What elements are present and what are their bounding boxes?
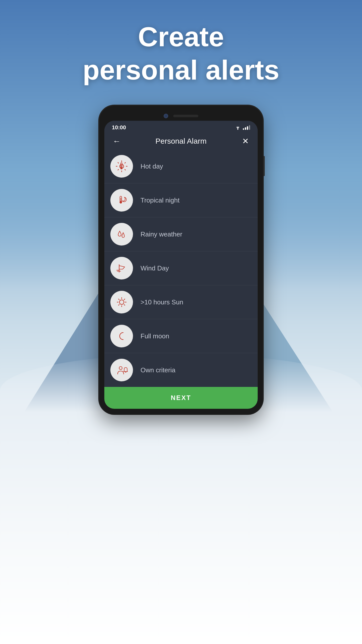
wind-flag-icon: [116, 262, 128, 274]
full-moon-label: Full moon: [141, 332, 169, 340]
phone-screen: 10:00: [104, 121, 258, 409]
sun-icon-circle: [110, 291, 133, 313]
back-button[interactable]: ←: [110, 137, 123, 146]
hot-day-label: Hot day: [141, 163, 163, 170]
tropical-night-icon-circle: [110, 189, 133, 212]
svg-line-27: [119, 305, 119, 305]
tropical-night-label: Tropical night: [141, 196, 179, 204]
list-item[interactable]: Rainy weather: [104, 217, 258, 251]
status-bar: 10:00: [104, 121, 258, 133]
header-title: Personal Alarm: [155, 137, 206, 145]
svg-point-0: [237, 129, 238, 130]
svg-rect-14: [121, 198, 121, 201]
hot-day-icon-circle: [110, 155, 133, 178]
svg-line-7: [125, 163, 126, 163]
svg-point-28: [119, 367, 122, 370]
wifi-icon: [235, 125, 241, 130]
own-criteria-icon-circle: [110, 359, 133, 381]
close-button[interactable]: ✕: [239, 136, 252, 146]
moon-icon: [116, 330, 128, 342]
sun-icon: [116, 296, 128, 308]
wind-day-label: Wind Day: [141, 264, 169, 272]
list-item[interactable]: Tropical night: [104, 183, 258, 217]
svg-point-19: [119, 300, 124, 304]
sun-hours-label: >10 hours Sun: [141, 298, 183, 306]
rainy-weather-label: Rainy weather: [141, 230, 182, 238]
camera-dot: [164, 114, 168, 118]
status-time: 10:00: [112, 124, 126, 131]
app-header: ← Personal Alarm ✕: [104, 133, 258, 149]
svg-line-25: [124, 305, 125, 305]
status-icons: [235, 125, 250, 130]
list-item[interactable]: Own criteria: [104, 353, 258, 387]
list-item[interactable]: Hot day: [104, 149, 258, 183]
wind-day-icon-circle: [110, 257, 133, 279]
svg-line-26: [124, 299, 125, 300]
list-item[interactable]: Wind Day: [104, 251, 258, 285]
signal-bars: [243, 125, 250, 130]
list-item[interactable]: >10 hours Sun: [104, 285, 258, 319]
alarm-list: Hot day Tropical night: [104, 149, 258, 409]
rainy-weather-icon-circle: [110, 223, 133, 246]
phone-wrapper: 10:00: [99, 106, 263, 414]
thermometer-sun-icon: [116, 160, 128, 172]
phone-frame: 10:00: [99, 106, 263, 414]
phone-notch: [104, 111, 258, 121]
full-moon-icon-circle: [110, 325, 133, 347]
thermometer-moon-icon: [116, 194, 128, 206]
next-button[interactable]: NEXT: [104, 387, 258, 409]
svg-line-24: [119, 299, 119, 300]
svg-point-12: [120, 167, 122, 169]
list-item[interactable]: Full moon: [104, 319, 258, 353]
rain-drop-icon: [116, 228, 128, 240]
svg-line-5: [118, 163, 119, 163]
svg-line-8: [118, 170, 119, 170]
own-criteria-label: Own criteria: [141, 366, 175, 374]
svg-line-6: [125, 170, 126, 170]
headline-line2: personal alerts: [0, 53, 362, 87]
svg-point-15: [120, 201, 122, 204]
headline: Create personal alerts: [0, 20, 362, 87]
headline-line1: Create: [0, 20, 362, 53]
side-button: [263, 156, 265, 176]
speaker-bar: [173, 115, 198, 117]
person-bell-icon: [116, 364, 128, 376]
